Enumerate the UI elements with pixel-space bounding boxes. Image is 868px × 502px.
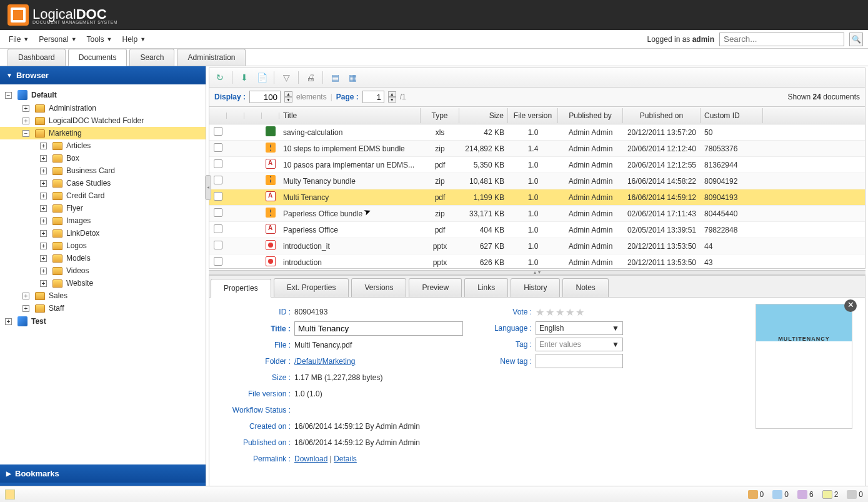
checkbox-icon[interactable] <box>214 257 222 266</box>
print-icon[interactable]: 🖨 <box>305 72 316 83</box>
grid-view-icon[interactable]: ▦ <box>347 72 358 83</box>
status-clipboard[interactable]: 0 <box>772 490 789 499</box>
menu-help[interactable]: Help▼ <box>119 33 150 46</box>
status-trash[interactable]: 0 <box>847 490 863 499</box>
dtab-notes[interactable]: Notes <box>562 278 608 297</box>
checkbox-icon[interactable] <box>214 176 222 184</box>
checkbox-icon[interactable] <box>214 159 222 168</box>
new-doc-icon[interactable]: 📄 <box>256 72 267 83</box>
panel-bookmarks[interactable]: ▶Bookmarks <box>0 464 206 483</box>
expand-icon[interactable]: + <box>40 268 47 274</box>
filter-icon[interactable]: ▽ <box>281 72 292 83</box>
expand-icon[interactable]: + <box>40 218 47 224</box>
search-input[interactable] <box>719 33 844 46</box>
dtab-history[interactable]: History <box>511 278 560 297</box>
language-select[interactable]: English▼ <box>536 321 623 335</box>
tree-node-logos[interactable]: +Logos <box>0 239 206 252</box>
list-view-icon[interactable]: ▤ <box>329 72 341 83</box>
collapse-icon[interactable]: − <box>22 130 29 137</box>
refresh-icon[interactable]: ↻ <box>214 72 226 83</box>
tree-node-administration[interactable]: +Administration <box>0 102 206 114</box>
col-size[interactable]: Size <box>459 108 508 123</box>
tree-node-videos[interactable]: +Videos <box>0 264 206 277</box>
newtag-input[interactable] <box>536 354 623 368</box>
table-row[interactable]: introduction_itpptx627 KB1.0Admin Admin2… <box>209 238 865 254</box>
tree-node-staff[interactable]: +Staff <box>0 302 206 314</box>
dtab-properties[interactable]: Properties <box>211 279 271 298</box>
tree-node-linkdetox[interactable]: +LinkDetox <box>0 227 206 239</box>
tree-node-default[interactable]: −Default <box>0 88 206 102</box>
table-row[interactable]: introductionpptx626 KB1.0Admin Admin20/1… <box>209 254 865 268</box>
expand-icon[interactable]: + <box>22 118 29 124</box>
col-custom-id[interactable]: Custom ID <box>701 108 763 123</box>
document-thumbnail[interactable]: ✕ MULTITENANCY <box>756 304 852 429</box>
tree-node-models[interactable]: +Models <box>0 252 206 264</box>
col-published-on[interactable]: Published on <box>623 108 701 123</box>
expand-icon[interactable]: + <box>40 205 47 212</box>
dtab-versions[interactable]: Versions <box>351 278 406 297</box>
expand-icon[interactable]: + <box>40 168 47 174</box>
expand-icon[interactable]: + <box>40 180 47 187</box>
tree-node-test[interactable]: +Test <box>0 314 206 328</box>
table-row[interactable]: Paperless Office bundlezip33,171 KB1.0Ad… <box>209 206 865 222</box>
dtab-links[interactable]: Links <box>464 278 508 297</box>
expand-icon[interactable]: + <box>40 230 47 237</box>
dtab-ext[interactable]: Ext. Properties <box>274 278 349 297</box>
status-locked[interactable]: 0 <box>748 490 764 499</box>
table-row[interactable]: Paperless Officepdf404 KB1.0Admin Admin0… <box>209 222 865 238</box>
menu-file[interactable]: File▼ <box>5 33 32 46</box>
close-icon[interactable]: ✕ <box>844 299 857 312</box>
tab-documents[interactable]: Documents <box>68 49 127 66</box>
dtab-preview[interactable]: Preview <box>409 278 462 297</box>
prop-title-input[interactable] <box>294 321 463 336</box>
col-title[interactable]: Title <box>279 108 421 123</box>
download-link[interactable]: Download <box>294 454 327 463</box>
grid-body[interactable]: saving-calculationxls42 KB1.0Admin Admin… <box>209 124 865 268</box>
expand-icon[interactable]: + <box>40 280 47 287</box>
details-link[interactable]: Details <box>334 454 357 463</box>
tab-dashboard[interactable]: Dashboard <box>7 49 66 66</box>
tree-node-sales[interactable]: +Sales <box>0 289 206 302</box>
tab-administration[interactable]: Administration <box>177 49 246 66</box>
tree-node-business-card[interactable]: +Business Card <box>0 164 206 177</box>
tree-node-box[interactable]: +Box <box>0 152 206 164</box>
tree-node-credit-card[interactable]: +Credit Card <box>0 189 206 202</box>
tree-node-case-studies[interactable]: +Case Studies <box>0 177 206 189</box>
expand-icon[interactable]: + <box>22 105 29 112</box>
tag-select[interactable]: Enter values▼ <box>536 338 623 351</box>
prop-folder-link[interactable]: /Default/Marketing <box>294 357 355 366</box>
tree-node-articles[interactable]: +Articles <box>0 139 206 152</box>
tree-node-marketing[interactable]: −Marketing <box>0 127 206 139</box>
expand-icon[interactable]: + <box>40 143 47 149</box>
menu-personal[interactable]: Personal▼ <box>35 33 80 46</box>
status-mail[interactable]: 2 <box>822 490 839 499</box>
tree-node-website[interactable]: +Website <box>0 277 206 289</box>
tree-node-images[interactable]: +Images <box>0 214 206 227</box>
display-input[interactable] <box>249 91 281 103</box>
panel-browser[interactable]: ▼Browser <box>0 66 206 84</box>
search-button[interactable]: 🔍 <box>849 33 863 46</box>
display-spinner[interactable]: ▲▼ <box>284 91 292 103</box>
tree-node-watched[interactable]: +LogicalDOC Watched Folder <box>0 114 206 127</box>
col-type[interactable]: Type <box>421 108 459 123</box>
checkbox-icon[interactable] <box>214 208 222 217</box>
table-row[interactable]: saving-calculationxls42 KB1.0Admin Admin… <box>209 124 865 141</box>
status-group[interactable]: 6 <box>797 490 814 499</box>
table-row[interactable]: 10 steps to implement EDMS bundlezip214,… <box>209 141 865 157</box>
expand-icon[interactable]: + <box>22 293 29 299</box>
expand-icon[interactable]: + <box>5 318 12 325</box>
download-icon[interactable]: ⬇ <box>239 72 250 83</box>
checkbox-icon[interactable] <box>214 241 222 249</box>
note-icon[interactable] <box>5 489 15 499</box>
table-row[interactable]: 10 pasos para implementar un EDMS...pdf5… <box>209 157 865 173</box>
checkbox-icon[interactable] <box>214 224 222 233</box>
expand-icon[interactable]: + <box>40 255 47 262</box>
table-row[interactable]: Multi Tenancypdf1,199 KB1.0Admin Admin16… <box>209 189 865 206</box>
checkbox-icon[interactable] <box>214 143 222 152</box>
page-input[interactable] <box>362 91 384 103</box>
tab-search[interactable]: Search <box>129 49 174 66</box>
splitter-vertical[interactable]: ◂ <box>205 175 211 200</box>
expand-icon[interactable]: + <box>40 193 47 199</box>
tree-node-flyer[interactable]: +Flyer <box>0 202 206 214</box>
table-row[interactable]: Multy Tenancy bundlezip10,481 KB1.0Admin… <box>209 173 865 189</box>
